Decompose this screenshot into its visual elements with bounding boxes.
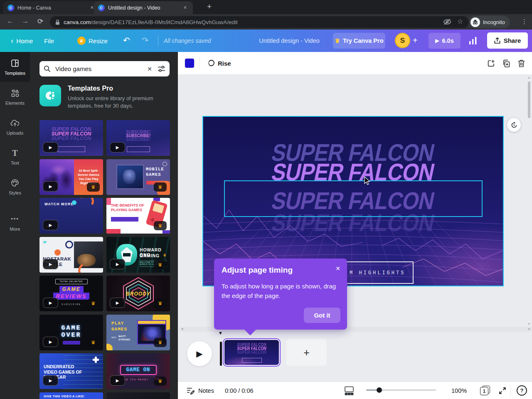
help-button[interactable]: ? (517, 385, 527, 396)
tab-home-canva[interactable]: C Home - Canva ✕ (3, 1, 100, 14)
scrollbar-thumb[interactable] (528, 81, 530, 118)
crown-icon: ♛ (335, 37, 340, 44)
duration-label: 6.0s (442, 37, 454, 44)
vertical-scrollbar[interactable]: ▲ ▼ (527, 76, 531, 326)
home-button[interactable]: ‹ Home (11, 30, 33, 52)
more-dots-icon: ••• (11, 214, 19, 224)
sidebar-item-styles[interactable]: Styles (0, 172, 30, 202)
try-canva-pro-button[interactable]: ♛ Try Canva Pro (333, 33, 385, 49)
back-icon[interactable]: ← (7, 17, 14, 25)
search-bar[interactable]: ✕ (39, 61, 170, 76)
background-color-swatch[interactable] (185, 59, 194, 68)
eye-off-icon[interactable] (443, 19, 451, 25)
toolbar-divider (200, 58, 200, 69)
bookmark-star-icon[interactable]: ☆ (457, 17, 463, 25)
avatar[interactable]: S (395, 33, 410, 48)
sidebar-label: Text (11, 160, 19, 165)
thumb-title: GAMING (140, 253, 160, 258)
template-thumb-game-over[interactable]: GAMEOVER ▶ ♛ (39, 315, 103, 350)
share-button[interactable]: Share (487, 32, 528, 49)
template-thumb-like[interactable]: GIVE THIS VIDEO A LIKE! (39, 392, 103, 399)
zoom-slider-knob[interactable] (377, 387, 382, 393)
template-thumb-super-falcon[interactable]: SUPER FALCONSUPER FALCONSUPER FALCON ▶ (39, 120, 103, 156)
template-thumb-howard-ong[interactable]: HOWARD ONG GAMING ♛ WELCOME TO THE WORLD… (106, 237, 170, 273)
animation-style-label[interactable]: Rise (218, 60, 231, 67)
zoom-level[interactable]: 100% (451, 382, 467, 399)
timeline-page-thumbnail[interactable]: SUPER FALCON SUPER FALCON SUPER FALCON (223, 338, 281, 367)
add-member-button[interactable]: + (413, 36, 418, 45)
popup-body: To adjust how long a page is shown, drag… (222, 282, 340, 300)
timeline-play-button[interactable]: ▶ (187, 341, 212, 366)
forward-icon[interactable]: → (22, 17, 29, 25)
template-thumb-game-on[interactable]: GAME ON ARE YOU READY ▶ ♛ (106, 353, 170, 389)
sidebar-item-more[interactable]: ••• More (0, 208, 30, 238)
undo-icon[interactable]: ↶ (123, 35, 130, 45)
scroll-right-icon[interactable]: ► (528, 327, 531, 332)
got-it-button[interactable]: Got it (304, 308, 340, 323)
question-mark: ? (520, 387, 524, 394)
template-thumb-game-reviews[interactable]: THYNK UNLIMITED GAME REVIEWS SUBSCRIBE ▶… (39, 276, 103, 311)
play-badge-icon: ▶ (110, 298, 125, 308)
template-thumb-subscribe[interactable]: SUBSCRIBE! SUBSCRIBE! SUBSCRIBE! ▶ (106, 120, 170, 156)
template-thumb-benefits[interactable]: THE BENEFITS OF PLAYING GAMES ♛ (106, 198, 170, 234)
sidebar: Templates Elements Uploads T Text (0, 52, 30, 399)
browser-menu-icon[interactable]: ⋮ (521, 18, 527, 25)
url-domain: canva.com (64, 19, 91, 25)
template-thumb-mobile-games[interactable]: MOBILE GAMES ♛ (106, 159, 170, 195)
templates-pro-banner[interactable]: Templates Pro Unlock our entire library … (39, 84, 170, 111)
scroll-up-icon[interactable]: ▲ (527, 76, 531, 79)
decor-outline-box (127, 146, 150, 152)
templates-pro-desc: Unlock our entire library of premium tem… (68, 95, 165, 110)
stats-chart-icon[interactable] (469, 37, 477, 44)
filter-sliders-icon[interactable] (158, 65, 165, 72)
try-pro-label: Try Canva Pro (343, 37, 384, 44)
address-bar[interactable]: canva.com/design/DAE17EzL9eA/B-0Ms9ICmdA… (50, 16, 469, 28)
play-badge-icon: ▶ (43, 298, 58, 308)
redo-icon[interactable]: ↷ (142, 35, 149, 45)
template-thumb-nostarak[interactable]: ››› NOSTARAK BATTLE ▶ (39, 237, 103, 273)
pro-crown-icon: ♛ (154, 221, 167, 230)
template-thumb-underrated[interactable]: UNDERRATED VIDEO GAMES OF THE YEAR ▶ (39, 353, 103, 389)
animate-page-button[interactable] (507, 118, 521, 132)
close-tab-icon[interactable]: ✕ (182, 4, 189, 11)
lock-icon (55, 19, 60, 25)
page-duration-handle[interactable] (220, 342, 222, 366)
close-icon[interactable]: ✕ (335, 265, 340, 272)
template-thumb[interactable] (106, 392, 170, 399)
tab-untitled-design[interactable]: C Untitled design - Video ✕ (94, 1, 193, 14)
decor-shape (54, 249, 61, 256)
incognito-label: Incognito (483, 19, 505, 25)
sidebar-item-uploads[interactable]: Uploads (0, 112, 30, 142)
template-thumb-watch-more[interactable]: WATCH MORE ››› ▶ (39, 198, 103, 234)
sidebar-item-text[interactable]: T Text (0, 142, 30, 172)
animate-icon[interactable] (206, 59, 215, 68)
clear-search-icon[interactable]: ✕ (145, 66, 154, 72)
duplicate-page-icon[interactable] (502, 59, 511, 68)
templates-pro-title: Templates Pro (68, 85, 165, 92)
add-page-button[interactable]: + (286, 339, 327, 366)
play-preview-button[interactable]: ▶ 6.0s (429, 33, 461, 49)
page-count-button[interactable]: 1 (480, 386, 491, 396)
fullscreen-icon[interactable] (498, 386, 507, 395)
notes-button[interactable]: Notes (186, 382, 214, 399)
template-thumb-split-screen[interactable]: 10 Best Split-Screen Games You Can Play … (39, 159, 103, 195)
scroll-left-icon[interactable]: ◄ (180, 327, 184, 332)
sidebar-item-templates[interactable]: Templates (0, 52, 30, 82)
reload-icon[interactable]: ⟳ (37, 17, 43, 26)
new-tab-button[interactable]: + (207, 2, 212, 11)
sidebar-item-elements[interactable]: Elements (0, 82, 30, 112)
pro-crown-icon: ♛ (87, 299, 100, 308)
search-input[interactable] (54, 65, 142, 73)
add-page-icon[interactable] (487, 59, 495, 68)
grid-view-icon[interactable] (344, 386, 354, 395)
text-selection-box[interactable] (224, 180, 483, 217)
document-title[interactable]: Untitled design - Video (248, 30, 331, 52)
template-thumb-play-games[interactable]: PLAY GAMES WITH MATT STRONG ♛ (106, 315, 170, 350)
resize-button[interactable]: ♛ Resize (77, 30, 108, 52)
highlights-text[interactable]: M HIGHLIGHTS (350, 270, 405, 276)
file-menu-button[interactable]: File (44, 30, 54, 52)
scroll-down-icon[interactable]: ▼ (527, 322, 531, 326)
delete-page-icon[interactable] (517, 59, 525, 68)
template-thumb-broody[interactable]: BROODY ▶ ♛ (106, 276, 170, 311)
playhead-marker[interactable]: ▼ (218, 330, 223, 335)
